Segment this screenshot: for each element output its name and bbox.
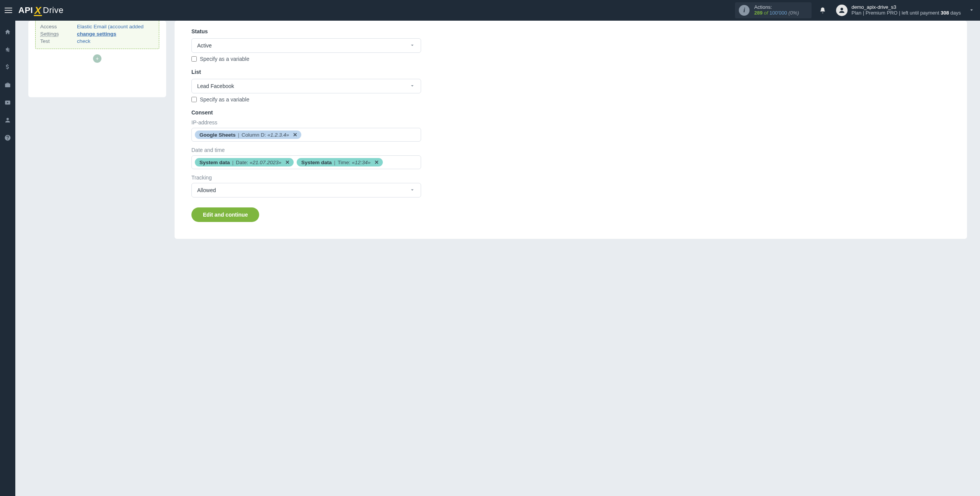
rail-video[interactable] — [0, 95, 15, 110]
chevron-down-icon — [409, 187, 415, 194]
help-icon — [4, 134, 11, 141]
ip-label: IP-address — [191, 119, 950, 126]
ip-taginput[interactable]: Google Sheets | Column D: «1.2.3.4» ✕ — [191, 128, 421, 142]
datetime-taginput[interactable]: System data | Date: «21.07.2023» ✕ Syste… — [191, 155, 421, 169]
menu-toggle-button[interactable] — [3, 5, 14, 16]
briefcase-icon — [4, 82, 11, 88]
consent-label: Consent — [191, 109, 950, 116]
config-test-link[interactable]: check — [77, 38, 90, 44]
ip-tag[interactable]: Google Sheets | Column D: «1.2.3.4» ✕ — [195, 131, 301, 139]
connection-panel: Access Elastic Email (account added Sett… — [28, 21, 166, 97]
rail-integrations[interactable] — [0, 42, 15, 57]
chevron-down-icon — [409, 83, 415, 90]
rail-home[interactable] — [0, 24, 15, 40]
actions-text: Actions: 289 of 100'000 (0%) — [754, 5, 799, 16]
tracking-select[interactable]: Allowed — [191, 183, 421, 197]
status-variable-checkbox[interactable]: Specify as a variable — [191, 56, 421, 62]
left-rail — [0, 21, 15, 496]
edit-continue-button[interactable]: Edit and continue — [191, 207, 259, 222]
notifications-button[interactable] — [816, 4, 829, 17]
rail-account[interactable] — [0, 113, 15, 128]
user-icon — [4, 117, 11, 124]
logo-api: API — [18, 5, 33, 15]
checkbox-input[interactable] — [191, 56, 197, 62]
remove-tag-icon[interactable]: ✕ — [285, 159, 290, 165]
status-select[interactable]: Active — [191, 38, 421, 53]
chevron-down-icon — [409, 42, 415, 49]
checkbox-input[interactable] — [191, 97, 197, 102]
mapping-panel: Status Active Specify as a variable List… — [175, 21, 967, 239]
logo-x-icon: X — [34, 5, 41, 16]
logo[interactable]: API X Drive — [18, 5, 64, 16]
dollar-icon — [4, 64, 11, 71]
rail-business[interactable] — [0, 77, 15, 93]
remove-tag-icon[interactable]: ✕ — [293, 132, 297, 138]
topbar: API X Drive i Actions: 289 of 100'000 (0… — [0, 0, 980, 21]
config-access-link[interactable]: Elastic Email (account added — [77, 24, 144, 29]
info-icon: i — [739, 5, 750, 16]
bell-icon — [819, 7, 826, 14]
remove-tag-icon[interactable]: ✕ — [374, 159, 379, 165]
rail-billing[interactable] — [0, 60, 15, 75]
date-tag[interactable]: System data | Date: «21.07.2023» ✕ — [195, 158, 294, 166]
tracking-label: Tracking — [191, 175, 950, 181]
datetime-label: Date and time — [191, 147, 950, 153]
config-row-access: Access Elastic Email (account added — [40, 23, 154, 30]
list-variable-checkbox[interactable]: Specify as a variable — [191, 96, 421, 103]
connection-config-box: Access Elastic Email (account added Sett… — [35, 21, 159, 49]
rail-help[interactable] — [0, 130, 15, 145]
user-text: demo_apix-drive_s3 Plan | Premium PRO | … — [851, 5, 961, 16]
config-row-settings: Settings change settings — [40, 30, 154, 38]
person-icon — [838, 7, 846, 14]
status-label: Status — [191, 28, 950, 34]
actions-counter[interactable]: i Actions: 289 of 100'000 (0%) — [735, 2, 812, 18]
config-settings-link[interactable]: change settings — [77, 31, 116, 37]
sitemap-icon — [4, 46, 11, 53]
avatar-icon — [836, 5, 848, 16]
time-tag[interactable]: System data | Time: «12:34» ✕ — [297, 158, 383, 166]
logo-drive: Drive — [43, 5, 64, 15]
add-step-button[interactable]: + — [93, 54, 101, 63]
home-icon — [4, 29, 11, 36]
list-label: List — [191, 69, 950, 75]
list-select[interactable]: Lead Facebook — [191, 79, 421, 93]
youtube-icon — [4, 99, 11, 106]
user-menu[interactable]: demo_apix-drive_s3 Plan | Premium PRO | … — [836, 5, 975, 16]
chevron-down-icon[interactable] — [969, 7, 975, 14]
config-row-test: Test check — [40, 38, 154, 45]
